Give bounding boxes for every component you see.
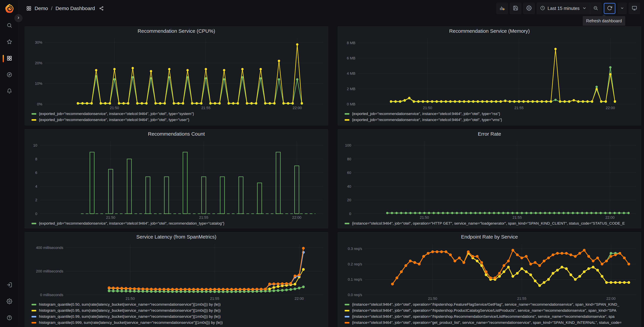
- add-panel-button[interactable]: [496, 3, 508, 14]
- zoom-out-button[interactable]: [590, 3, 601, 14]
- panel-title-recommendation-service-memory[interactable]: Recommendation Service (Memory): [338, 26, 641, 36]
- svg-text:21:50: 21:50: [126, 296, 135, 301]
- svg-text:10: 10: [33, 143, 37, 148]
- svg-text:22:00: 22:00: [606, 215, 614, 220]
- sidebar-item-search[interactable]: [0, 21, 19, 30]
- grafana-logo[interactable]: [5, 4, 14, 13]
- legend-label: {instance="otelcol:9464", job="otel", op…: [352, 314, 614, 319]
- legend-item[interactable]: {instance="otelcol:9464", job="otel", op…: [345, 314, 639, 320]
- dashboard-canvas: Recommendation Service (CPU%)0%10%20%30%…: [19, 0, 644, 327]
- share-icon[interactable]: [99, 6, 104, 11]
- svg-text:22:00: 22:00: [292, 215, 301, 220]
- svg-text:0 milliseconds: 0 milliseconds: [40, 293, 63, 297]
- svg-text:0.3 req/s: 0.3 req/s: [348, 246, 362, 251]
- add-panel-icon: [500, 5, 505, 12]
- svg-text:60: 60: [347, 170, 351, 175]
- legend-item[interactable]: histogram_quantile(0.999, sum(rate(laten…: [32, 320, 326, 326]
- chart-error-rate[interactable]: 02040608010021:5021:5522:00: [338, 138, 641, 220]
- svg-text:30%: 30%: [35, 40, 42, 44]
- panel-title-recommendations-count[interactable]: Recommendations Count: [25, 130, 328, 138]
- sidebar-item-explore[interactable]: [0, 70, 19, 80]
- legend-item[interactable]: {exported_job="recommendationservice", i…: [345, 117, 639, 123]
- save-icon: [513, 5, 518, 12]
- legend-item[interactable]: {exported_job="recommendationservice", i…: [32, 117, 326, 123]
- legend-item[interactable]: {instance="otelcol:9464", job="otel", op…: [345, 302, 639, 308]
- kiosk-mode-button[interactable]: [629, 3, 640, 14]
- star-icon: [6, 39, 12, 45]
- breadcrumb: Demo / Demo Dashboard: [26, 6, 104, 11]
- svg-text:0%: 0%: [37, 102, 42, 106]
- breadcrumb-section[interactable]: Demo: [34, 6, 48, 11]
- legend-swatch: [32, 223, 36, 224]
- legend-item[interactable]: histogram_quantile(0.50, sum(rate(latenc…: [32, 302, 326, 308]
- legend-item[interactable]: histogram_quantile(0.95, sum(rate(latenc…: [32, 308, 326, 314]
- chart-service-latency-from-spanmetrics[interactable]: 0 milliseconds200 milliseconds400 millis…: [25, 242, 328, 301]
- legend-item[interactable]: histogram_quantile(0.99, sum(rate(latenc…: [32, 314, 326, 320]
- time-picker-group: Last 15 minutes: [537, 3, 601, 14]
- svg-text:22:00: 22:00: [292, 106, 302, 110]
- chart-recommendation-service-cpu[interactable]: 0%10%20%30%21:5021:5522:00: [25, 36, 328, 110]
- toolbar: Last 15 minutes: [496, 3, 640, 14]
- apps-icon: [6, 56, 12, 62]
- sidebar-item-help[interactable]: [0, 313, 19, 323]
- svg-text:21:50: 21:50: [423, 106, 432, 110]
- legend-label: histogram_quantile(0.50, sum(rate(latenc…: [39, 302, 220, 307]
- svg-text:400 milliseconds: 400 milliseconds: [36, 246, 63, 250]
- legend-swatch: [32, 304, 36, 305]
- legend-swatch: [32, 119, 36, 121]
- panel-title-error-rate[interactable]: Error Rate: [338, 130, 641, 138]
- sidebar: [0, 0, 19, 327]
- dashboard-settings-button[interactable]: [524, 3, 534, 14]
- gear-icon: [526, 5, 532, 12]
- legend-item[interactable]: {instance="otelcol:9464", job="otel", op…: [345, 320, 639, 326]
- svg-text:21:55: 21:55: [517, 296, 526, 301]
- refresh-interval-button[interactable]: [618, 3, 626, 14]
- sidebar-item-dashboards[interactable]: [0, 54, 19, 64]
- sidebar-item-sign-in[interactable]: [0, 280, 19, 290]
- svg-text:4: 4: [35, 184, 37, 188]
- breadcrumb-separator: /: [51, 6, 52, 11]
- legend-label: {instance="otelcol:9464", job="otel", op…: [352, 221, 625, 226]
- legend-label: {exported_job="recommendationservice", i…: [352, 118, 502, 122]
- sidebar-item-starred[interactable]: [0, 37, 19, 47]
- legend-swatch: [32, 310, 36, 312]
- legend-label: {exported_job="recommendationservice", i…: [39, 112, 194, 116]
- sidebar-item-configuration[interactable]: [0, 297, 19, 306]
- panel-title-service-latency-from-spanmetrics[interactable]: Service Latency (from SpanMetrics): [25, 232, 328, 242]
- legend-item[interactable]: {instance="otelcol:9464", job="otel", op…: [345, 308, 639, 314]
- save-dashboard-button[interactable]: [510, 3, 521, 14]
- svg-text:0: 0: [35, 212, 37, 216]
- refresh-tooltip: Refresh dashboard: [583, 16, 625, 26]
- legend-label: {instance="otelcol:9464", job="otel", op…: [352, 308, 616, 313]
- time-range-label: Last 15 minutes: [548, 6, 580, 11]
- panel-title-recommendation-service-cpu[interactable]: Recommendation Service (CPU%): [25, 26, 328, 36]
- svg-text:40: 40: [347, 184, 351, 188]
- breadcrumb-dashboard-title[interactable]: Demo Dashboard: [56, 6, 95, 11]
- chart-recommendation-service-memory[interactable]: 0 MB2 MB4 MB6 MB8 MB21:5021:5522:00: [338, 36, 641, 110]
- svg-text:80: 80: [347, 157, 351, 161]
- chart-recommendations-count[interactable]: 024681021:5021:5522:00: [25, 138, 328, 220]
- time-range-picker[interactable]: Last 15 minutes: [537, 3, 590, 14]
- sidebar-item-alerting[interactable]: [0, 86, 19, 96]
- svg-text:2: 2: [35, 198, 37, 202]
- svg-text:21:55: 21:55: [514, 106, 524, 110]
- legend-item[interactable]: {exported_job="recommendationservice", i…: [345, 111, 639, 117]
- svg-text:0: 0: [349, 212, 351, 216]
- legend-item[interactable]: {exported_job="recommendationservice", i…: [32, 111, 326, 117]
- legend-service-latency-from-spanmetrics: histogram_quantile(0.50, sum(rate(latenc…: [25, 301, 328, 327]
- panel-recommendation-service-cpu: Recommendation Service (CPU%)0%10%20%30%…: [25, 26, 328, 126]
- legend-item[interactable]: {exported_job="recommendationservice", i…: [32, 220, 326, 226]
- svg-text:21:55: 21:55: [201, 106, 210, 110]
- panel-recommendations-count: Recommendations Count024681021:5021:5522…: [25, 129, 328, 228]
- legend-label: {instance="otelcol:9464", job="otel", op…: [352, 302, 619, 307]
- monitor-icon: [632, 5, 637, 12]
- chevron-down-icon: [582, 6, 587, 11]
- svg-text:4 MB: 4 MB: [347, 71, 356, 76]
- refresh-tooltip-text: Refresh dashboard: [586, 18, 622, 23]
- legend-item[interactable]: {instance="otelcol:9464", job="otel", op…: [345, 220, 639, 226]
- panel-title-endpoint-rate-by-service[interactable]: Endpoint Rate by Service: [338, 232, 641, 242]
- legend-swatch: [345, 223, 349, 224]
- chart-endpoint-rate-by-service[interactable]: 0.0 req/s0.1 req/s0.2 req/s0.3 req/s21:5…: [338, 242, 641, 301]
- legend-swatch: [345, 322, 349, 324]
- refresh-button[interactable]: [604, 3, 616, 14]
